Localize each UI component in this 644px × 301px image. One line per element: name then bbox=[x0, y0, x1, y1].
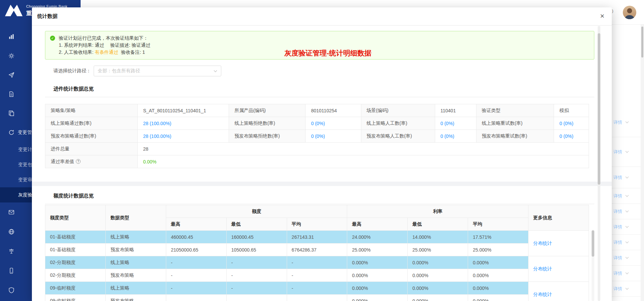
cell: 6764286.37 bbox=[287, 243, 347, 256]
field-label: 线上策略通过数(率) bbox=[45, 117, 138, 130]
field-value: 8010110254 bbox=[306, 104, 361, 117]
quota-table-scrollbar-thumb[interactable] bbox=[592, 230, 594, 257]
chart-icon bbox=[8, 34, 14, 40]
more-info-cell: 分布统计 bbox=[528, 231, 589, 256]
cell: 0.000% bbox=[408, 282, 468, 295]
quota-statistics-table: 额度类型数据类型额度利率更多信息最高最低平均最高最低平均 01-基础额度线上策略… bbox=[45, 205, 589, 301]
bg-table-row: 详情 bbox=[612, 137, 641, 167]
detail-link[interactable]: 详情 bbox=[613, 175, 622, 181]
cell: 预发布策略 bbox=[106, 243, 166, 256]
close-icon[interactable]: × bbox=[600, 12, 604, 21]
chevron-down-icon[interactable] bbox=[625, 226, 629, 228]
cell: 0.000% bbox=[468, 282, 528, 295]
bg-table-row: 详情 bbox=[612, 188, 641, 204]
red-annotation: 灰度验证管理-统计明细数据 bbox=[284, 49, 371, 57]
field-label: 线上策略人工数(率) bbox=[361, 117, 435, 130]
success-check-icon: ✓ bbox=[50, 36, 55, 41]
cell: 0.000% bbox=[468, 269, 528, 282]
globe-icon bbox=[8, 229, 14, 235]
cell: - bbox=[226, 295, 287, 301]
intake-statistics-table: 策略集/策略S_AT_8010110254_110401_1所属产品(编码)80… bbox=[45, 104, 589, 168]
page-scrollbar[interactable] bbox=[641, 25, 644, 301]
cell: 25.000% bbox=[408, 243, 468, 256]
background-table-actions: 详情详情详情详情详情详情详情详情详情详情 bbox=[612, 108, 641, 297]
bg-table-row: 详情 bbox=[612, 235, 641, 250]
copy-icon bbox=[8, 110, 14, 116]
cell: - bbox=[287, 295, 347, 301]
field-value: 110401 bbox=[435, 104, 476, 117]
detail-link[interactable]: 详情 bbox=[613, 209, 622, 215]
mail-icon bbox=[8, 209, 14, 215]
modal-body: ✓ 验证计划运行已完成，本次验证结果如下： 1. 系统评判结果: 通过 验证描述… bbox=[32, 26, 612, 301]
chevron-down-icon[interactable] bbox=[625, 288, 629, 290]
detail-link[interactable]: 详情 bbox=[613, 255, 622, 261]
cell: 0.000% bbox=[347, 256, 408, 269]
column-subheader: 最低 bbox=[408, 218, 468, 231]
detail-link[interactable]: 详情 bbox=[613, 119, 622, 125]
cell: 0.000% bbox=[408, 269, 468, 282]
modal-header: 统计数据 × bbox=[32, 7, 612, 26]
page-scrollbar-thumb[interactable] bbox=[641, 27, 643, 58]
detail-link[interactable]: 详情 bbox=[613, 149, 622, 155]
more-info-cell: 分布统计 bbox=[528, 282, 589, 301]
chevron-down-icon[interactable] bbox=[625, 241, 629, 243]
table-row: 02-分期额度线上策略---0.000%0.000%0.000%分布统计 bbox=[45, 256, 589, 269]
bg-table-row: 详情 bbox=[612, 281, 641, 297]
path-select-row: 请选择统计路径： 全部：包含所有路径 bbox=[45, 66, 594, 76]
cell: 01-基础额度 bbox=[45, 243, 106, 256]
cell: 267143.31 bbox=[287, 231, 347, 243]
table-row: 线上策略通过数(率)28 (100.00%)线上策略拒绝数(率)0 (0%)线上… bbox=[45, 117, 589, 130]
cell: - bbox=[287, 269, 347, 282]
section-separator bbox=[32, 182, 612, 186]
distribution-stats-link[interactable]: 分布统计 bbox=[533, 266, 552, 271]
send-icon bbox=[8, 72, 14, 78]
info-icon[interactable]: ? bbox=[76, 159, 81, 164]
brand-logo-icon bbox=[4, 2, 23, 17]
modal-scrollbar-thumb[interactable] bbox=[598, 33, 600, 185]
detail-link[interactable]: 详情 bbox=[613, 239, 622, 246]
column-header: 数据类型 bbox=[106, 205, 166, 231]
bg-table-row: 详情 bbox=[612, 219, 641, 235]
alert-line-2: 1. 系统评判结果: 通过 验证描述: 验证通过 bbox=[59, 42, 589, 49]
quota-table-scrollbar[interactable] bbox=[592, 230, 594, 301]
chevron-down-icon[interactable] bbox=[625, 121, 629, 123]
cell: 线上策略 bbox=[106, 282, 166, 295]
path-select-label: 请选择统计路径： bbox=[53, 68, 91, 74]
cell: 25.000% bbox=[347, 243, 408, 256]
cell: - bbox=[287, 256, 347, 269]
cell: - bbox=[166, 269, 226, 282]
table-row: 策略集/策略S_AT_8010110254_110401_1所属产品(编码)80… bbox=[45, 104, 589, 117]
field-value: 0 (0%) bbox=[306, 117, 361, 130]
detail-link[interactable]: 详情 bbox=[613, 270, 622, 276]
distribution-stats-link[interactable]: 分布统计 bbox=[533, 292, 552, 297]
chevron-down-icon[interactable] bbox=[625, 257, 629, 259]
cell: 24.000% bbox=[347, 231, 408, 243]
path-select[interactable]: 全部：包含所有路径 bbox=[94, 66, 221, 76]
user-avatar[interactable] bbox=[623, 6, 636, 19]
chevron-down-icon[interactable] bbox=[625, 210, 629, 213]
cell: 0.000% bbox=[468, 295, 528, 301]
detail-link[interactable]: 详情 bbox=[613, 193, 622, 199]
path-select-value: 全部：包含所有路径 bbox=[98, 68, 140, 74]
scale-icon bbox=[8, 248, 14, 254]
shield-icon bbox=[8, 287, 14, 293]
chevron-down-icon[interactable] bbox=[625, 151, 629, 153]
modal-scrollbar[interactable] bbox=[598, 26, 600, 301]
detail-link[interactable]: 详情 bbox=[613, 286, 622, 292]
field-label: 预发布策略拒绝数(率) bbox=[229, 130, 306, 143]
cell: - bbox=[226, 282, 287, 295]
table-row: 02-分期额度预发布策略---0.000%0.000%0.000% bbox=[45, 269, 589, 282]
chevron-down-icon[interactable] bbox=[625, 272, 629, 274]
detail-link[interactable]: 详情 bbox=[613, 224, 622, 230]
chevron-down-icon bbox=[214, 70, 217, 72]
file-icon bbox=[8, 91, 14, 97]
chevron-down-icon[interactable] bbox=[625, 176, 629, 179]
distribution-stats-link[interactable]: 分布统计 bbox=[533, 240, 552, 246]
field-label: 进件总量 bbox=[45, 143, 138, 155]
field-value: 模拟 bbox=[554, 104, 589, 117]
modal-title: 统计数据 bbox=[37, 13, 57, 20]
cell: - bbox=[287, 282, 347, 295]
chevron-down-icon[interactable] bbox=[625, 195, 629, 197]
table-row: 01-基础额度线上策略460000.45160000.45267143.3124… bbox=[45, 231, 589, 243]
table-header-row: 额度类型数据类型额度利率更多信息 bbox=[45, 205, 589, 218]
